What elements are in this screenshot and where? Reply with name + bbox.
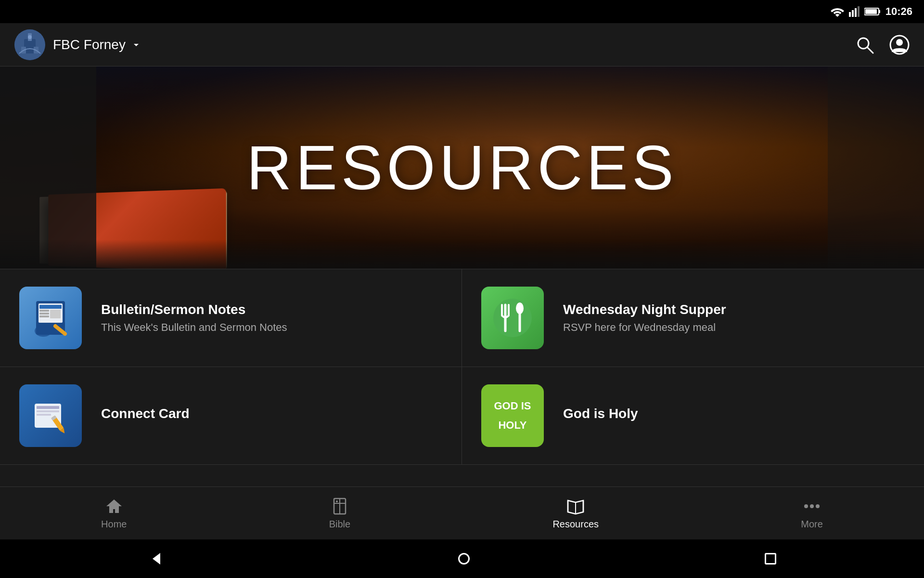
- more-icon: [802, 497, 821, 516]
- svg-marker-53: [153, 553, 160, 565]
- supper-subtitle: RSVP here for Wednesday meal: [563, 321, 905, 334]
- chevron-down-icon: [130, 39, 142, 51]
- home-label: Home: [101, 519, 127, 530]
- svg-rect-35: [37, 410, 59, 412]
- status-icons: 10:26: [831, 5, 912, 18]
- more-label: More: [801, 519, 823, 530]
- back-icon: [148, 551, 163, 566]
- svg-point-50: [804, 504, 808, 508]
- search-icon[interactable]: [855, 35, 875, 55]
- app-bar-left: FBC Forney: [14, 29, 142, 60]
- svg-point-16: [896, 39, 903, 46]
- resource-god-holy[interactable]: GOD IS HOLY God is Holy: [462, 367, 924, 465]
- church-name-text: FBC Forney: [53, 37, 126, 53]
- nav-resources[interactable]: Resources: [524, 492, 628, 535]
- svg-rect-34: [37, 406, 59, 409]
- svg-point-52: [816, 504, 820, 508]
- avatar-image: [14, 29, 45, 60]
- resources-icon: [566, 497, 585, 516]
- svg-rect-22: [39, 315, 49, 317]
- god-holy-line1: GOD IS: [490, 396, 535, 416]
- app-bar-right: [855, 35, 910, 55]
- bulletin-subtitle: This Week's Bulletin and Sermon Notes: [101, 321, 442, 334]
- svg-point-26: [35, 325, 52, 337]
- god-holy-line2: HOLY: [494, 416, 530, 435]
- status-bar: 10:26: [0, 0, 924, 23]
- resource-bulletin[interactable]: Bulletin/Sermon Notes This Week's Bullet…: [0, 269, 462, 367]
- home-button[interactable]: [458, 553, 470, 565]
- home-icon: [104, 497, 124, 516]
- connect-text: Connect Card: [101, 406, 442, 425]
- god-holy-icon: GOD IS HOLY: [481, 384, 544, 447]
- resource-supper[interactable]: Wednesday Night Supper RSVP here for Wed…: [462, 269, 924, 367]
- svg-rect-20: [39, 310, 49, 312]
- bottom-nav: Home Bible Resources More: [0, 486, 924, 539]
- svg-point-40: [113, 505, 116, 508]
- hero-title: RESOURCES: [246, 131, 677, 204]
- bible-label: Bible: [329, 519, 350, 530]
- svg-rect-2: [855, 8, 857, 17]
- recents-button[interactable]: [765, 553, 776, 565]
- svg-line-14: [867, 47, 873, 53]
- resources-grid: Bulletin/Sermon Notes This Week's Bullet…: [0, 269, 924, 465]
- bulletin-icon: [19, 287, 82, 349]
- church-name-label[interactable]: FBC Forney: [53, 37, 142, 53]
- nav-bible[interactable]: Bible: [300, 492, 379, 535]
- svg-point-10: [28, 35, 32, 39]
- bible-icon: [330, 497, 349, 516]
- svg-rect-19: [39, 305, 62, 309]
- svg-rect-0: [849, 12, 851, 17]
- signal-icon: [849, 6, 860, 17]
- svg-point-51: [810, 504, 814, 508]
- svg-point-27: [493, 299, 532, 337]
- resource-connect[interactable]: Connect Card: [0, 367, 462, 465]
- android-nav-bar: [0, 539, 924, 578]
- svg-rect-5: [879, 10, 880, 13]
- connect-icon: [19, 384, 82, 447]
- nav-home[interactable]: Home: [72, 492, 155, 535]
- supper-title: Wednesday Night Supper: [563, 302, 905, 317]
- nav-more[interactable]: More: [772, 492, 852, 535]
- svg-point-32: [516, 302, 524, 314]
- hero-banner: RESOURCES: [0, 66, 924, 269]
- wifi-icon: [831, 6, 844, 17]
- supper-icon: [481, 287, 544, 349]
- account-icon[interactable]: [889, 35, 910, 55]
- app-bar: FBC Forney: [0, 23, 924, 66]
- connect-title: Connect Card: [101, 406, 442, 421]
- svg-rect-1: [852, 10, 854, 17]
- svg-rect-23: [50, 310, 61, 318]
- status-time: 10:26: [886, 5, 912, 18]
- svg-rect-3: [858, 6, 860, 17]
- resources-label: Resources: [552, 519, 599, 530]
- church-avatar[interactable]: [14, 29, 45, 60]
- god-holy-title: God is Holy: [563, 406, 905, 421]
- svg-rect-21: [39, 313, 49, 315]
- battery-icon: [864, 7, 881, 16]
- bulletin-text: Bulletin/Sermon Notes This Week's Bullet…: [101, 302, 442, 334]
- supper-text: Wednesday Night Supper RSVP here for Wed…: [563, 302, 905, 334]
- svg-rect-6: [865, 9, 877, 14]
- svg-rect-36: [37, 414, 51, 416]
- god-holy-text: God is Holy: [563, 406, 905, 425]
- bulletin-title: Bulletin/Sermon Notes: [101, 302, 442, 317]
- back-button[interactable]: [148, 551, 163, 566]
